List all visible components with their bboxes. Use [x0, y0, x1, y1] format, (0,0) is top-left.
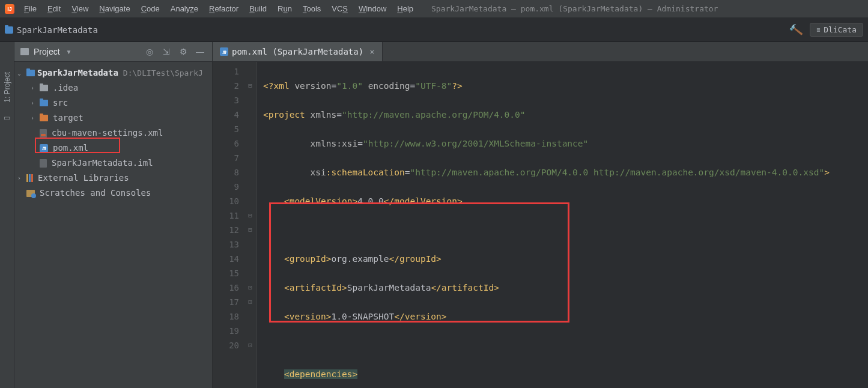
tab-label: pom.xml (SparkJarMetadata) [232, 47, 363, 56]
module-folder-icon [26, 70, 35, 76]
tree-label: External Libraries [38, 171, 129, 186]
menu-analyze[interactable]: Analyze [166, 2, 203, 15]
tree-label: .idea [53, 80, 78, 95]
menu-edit[interactable]: Edit [43, 2, 65, 15]
project-panel-header: Project ▼ ◎ ⇲ ⚙ — [14, 42, 212, 62]
breadcrumb-project: SparkJarMetadata [17, 25, 98, 35]
run-config-selector[interactable]: ≣ DliCata [810, 23, 863, 37]
tree-item-external-libraries[interactable]: › External Libraries [14, 171, 212, 186]
close-tab-icon[interactable]: × [369, 47, 374, 56]
iml-file-icon [40, 159, 47, 168]
tree-item-scratches[interactable]: Scratches and Consoles [14, 186, 212, 201]
tree-item-idea[interactable]: › .idea [14, 80, 212, 95]
tree-label: Scratches and Consoles [40, 186, 151, 201]
menubar: IJ File Edit View Navigate Code Analyze … [0, 0, 868, 18]
expand-all-icon[interactable]: ⇲ [160, 47, 172, 56]
menu-file[interactable]: File [19, 2, 41, 15]
expander-icon[interactable]: › [28, 95, 37, 111]
tree-root-name: SparkJarMetadata [37, 65, 118, 80]
expander-icon[interactable]: › [28, 111, 37, 126]
structure-tool-icon[interactable]: ▭ [4, 114, 10, 122]
menu-window[interactable]: Window [354, 2, 391, 15]
tree-root[interactable]: ⌄ SparkJarMetadata D:\DLITest\SparkJ [14, 65, 212, 80]
editor-tab-pom[interactable]: m pom.xml (SparkJarMetadata) × [213, 42, 383, 61]
tree-label: SparkJarMetadata.iml [52, 156, 153, 171]
editor-tabbar: m pom.xml (SparkJarMetadata) × [213, 42, 868, 62]
tree-label: src [53, 95, 68, 111]
expander-icon[interactable]: › [14, 171, 24, 186]
fold-gutter: ⊟⊟⊟⊡⊡⊡ [244, 62, 257, 388]
scratches-icon [26, 190, 35, 197]
xml-file-icon [40, 129, 47, 138]
menu-build[interactable]: Build [244, 2, 272, 15]
locate-icon[interactable]: ◎ [144, 47, 156, 56]
app-logo-icon: IJ [5, 4, 14, 14]
tree-label: pom.xml [53, 141, 88, 156]
menu-refactor[interactable]: Refactor [204, 2, 243, 15]
maven-file-icon: m [220, 47, 228, 56]
settings-gear-icon[interactable]: ⚙ [177, 47, 189, 56]
tree-label: cbu-maven-settings.xml [52, 126, 163, 141]
tree-item-src[interactable]: › src [14, 95, 212, 111]
libraries-icon [26, 174, 33, 182]
project-header-icon [20, 48, 29, 55]
breadcrumb[interactable]: SparkJarMetadata [5, 25, 98, 35]
hide-panel-icon[interactable]: — [194, 47, 206, 56]
project-folder-icon [5, 26, 13, 34]
chevron-down-icon[interactable]: ▼ [66, 49, 72, 55]
menu-help[interactable]: Help [392, 2, 418, 15]
editor-area: m pom.xml (SparkJarMetadata) × 123456789… [213, 42, 868, 388]
project-panel-title[interactable]: Project [34, 47, 60, 56]
tree-item-iml[interactable]: SparkJarMetadata.iml [14, 156, 212, 171]
menu-view[interactable]: View [67, 2, 93, 15]
editor-body[interactable]: 1234567891011121314151617181920 ⊟⊟⊟⊡⊡⊡ <… [213, 62, 868, 388]
menu-navigate[interactable]: Navigate [94, 2, 135, 15]
tree-item-target[interactable]: › target [14, 111, 212, 126]
menu-run[interactable]: Run [273, 2, 297, 15]
menu-vcs[interactable]: VCS [327, 2, 353, 15]
tree-item-pom[interactable]: m pom.xml [14, 141, 212, 156]
expander-icon[interactable]: › [28, 80, 37, 95]
line-number-gutter: 1234567891011121314151617181920 [213, 62, 244, 388]
expander-icon[interactable]: ⌄ [14, 65, 24, 80]
folder-icon [40, 85, 48, 91]
tree-root-path: D:\DLITest\SparkJ [123, 65, 203, 80]
source-folder-icon [40, 100, 48, 106]
tool-window-stripe-left: 1: Project ▭ [0, 42, 14, 388]
code-area[interactable]: <?xml version="1.0" encoding="UTF-8"?> <… [257, 62, 868, 388]
tree-label: target [53, 111, 83, 126]
bars-icon: ≣ [816, 27, 820, 33]
maven-file-icon: m [40, 144, 48, 153]
navigation-bar: SparkJarMetadata 🔨 ≣ DliCata [0, 18, 868, 42]
project-tree[interactable]: ⌄ SparkJarMetadata D:\DLITest\SparkJ › .… [14, 62, 212, 204]
menu-code[interactable]: Code [136, 2, 165, 15]
excluded-folder-icon [40, 115, 48, 121]
build-icon[interactable]: 🔨 [788, 22, 803, 37]
run-config-label: DliCata [824, 25, 857, 34]
menu-tools[interactable]: Tools [298, 2, 326, 15]
window-context: SparkJarMetadata – pom.xml (SparkJarMeta… [431, 4, 718, 13]
project-tool-button[interactable]: 1: Project [3, 72, 11, 103]
tree-item-cbu-settings[interactable]: cbu-maven-settings.xml [14, 126, 212, 141]
project-panel: Project ▼ ◎ ⇲ ⚙ — ⌄ SparkJarMetadata D:\… [14, 42, 213, 388]
